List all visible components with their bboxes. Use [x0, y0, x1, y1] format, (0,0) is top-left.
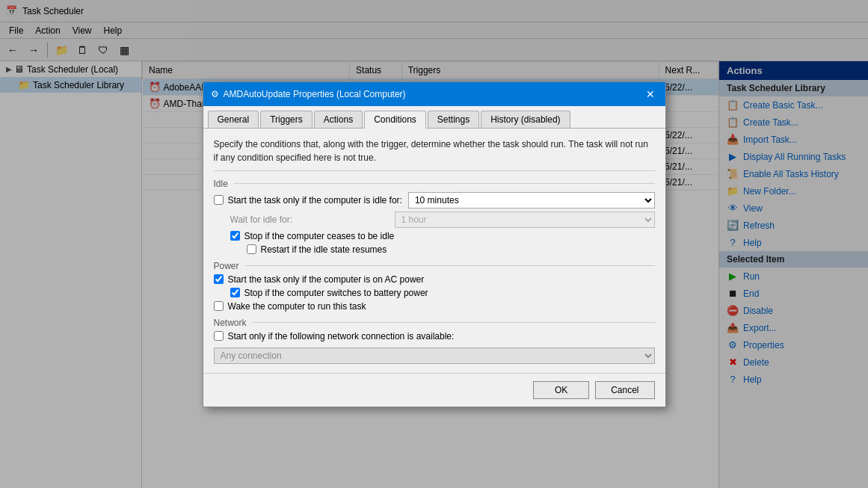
dialog-close-button[interactable]: ✕: [643, 87, 658, 102]
dialog-tabs: General Triggers Actions Conditions Sett…: [203, 106, 665, 129]
battery-row: Stop if the computer switches to battery…: [230, 288, 655, 298]
ac-power-label: Start the task only if the computer is o…: [228, 274, 425, 285]
start-idle-label: Start the task only if the computer is i…: [228, 195, 402, 206]
stop-idle-row: Stop if the computer ceases to be idle: [230, 231, 655, 241]
ok-button[interactable]: OK: [533, 381, 589, 399]
wake-checkbox[interactable]: [214, 301, 224, 311]
network-connection-select[interactable]: Any connection: [214, 348, 655, 364]
dialog-titlebar: ⚙ AMDAutoUpdate Properties (Local Comput…: [203, 82, 665, 106]
properties-dialog: ⚙ AMDAutoUpdate Properties (Local Comput…: [203, 81, 666, 407]
power-section-label: Power: [214, 261, 655, 271]
dialog-title: AMDAutoUpdate Properties (Local Computer…: [224, 89, 406, 99]
start-idle-row: Start the task only if the computer is i…: [214, 192, 655, 209]
idle-duration-select[interactable]: 10 minutes 5 minutes 15 minutes: [408, 192, 655, 209]
dialog-title-icon: ⚙: [211, 89, 219, 99]
stop-idle-label: Stop if the computer ceases to be idle: [244, 231, 395, 241]
restart-idle-checkbox[interactable]: [247, 244, 256, 254]
tab-conditions[interactable]: Conditions: [364, 111, 426, 129]
network-checkbox[interactable]: [214, 331, 224, 341]
network-section-label: Network: [214, 318, 655, 328]
dialog-footer: OK Cancel: [203, 373, 665, 407]
idle-section-label: Idle: [214, 179, 655, 189]
tab-actions[interactable]: Actions: [314, 111, 363, 128]
cancel-button[interactable]: Cancel: [595, 381, 654, 399]
start-idle-checkbox[interactable]: [214, 195, 224, 205]
restart-idle-label: Restart if the idle state resumes: [261, 244, 387, 255]
restart-idle-row: Restart if the idle state resumes: [247, 244, 655, 255]
tab-history[interactable]: History (disabled): [481, 111, 570, 128]
network-row: Start only if the following network conn…: [214, 331, 655, 342]
tab-settings[interactable]: Settings: [428, 111, 479, 128]
battery-checkbox[interactable]: [230, 288, 240, 297]
ac-power-checkbox[interactable]: [214, 274, 224, 284]
wake-row: Wake the computer to run this task: [214, 301, 655, 312]
wake-label: Wake the computer to run this task: [228, 301, 366, 312]
wait-idle-select[interactable]: 1 hour: [395, 211, 655, 228]
dialog-content: Specify the conditions that, along with …: [203, 129, 665, 373]
tab-general[interactable]: General: [208, 111, 259, 128]
dialog-titlebar-left: ⚙ AMDAutoUpdate Properties (Local Comput…: [211, 89, 406, 99]
dialog-description: Specify the conditions that, along with …: [214, 138, 655, 171]
network-label: Start only if the following network conn…: [228, 331, 455, 342]
battery-label: Stop if the computer switches to battery…: [244, 288, 428, 298]
stop-idle-checkbox[interactable]: [230, 231, 240, 241]
wait-idle-label: Wait for idle for:: [230, 214, 395, 225]
wait-idle-row: Wait for idle for: 1 hour: [230, 211, 655, 228]
modal-overlay: ⚙ AMDAutoUpdate Properties (Local Comput…: [0, 0, 868, 488]
tab-triggers[interactable]: Triggers: [260, 111, 313, 128]
ac-power-row: Start the task only if the computer is o…: [214, 274, 655, 285]
